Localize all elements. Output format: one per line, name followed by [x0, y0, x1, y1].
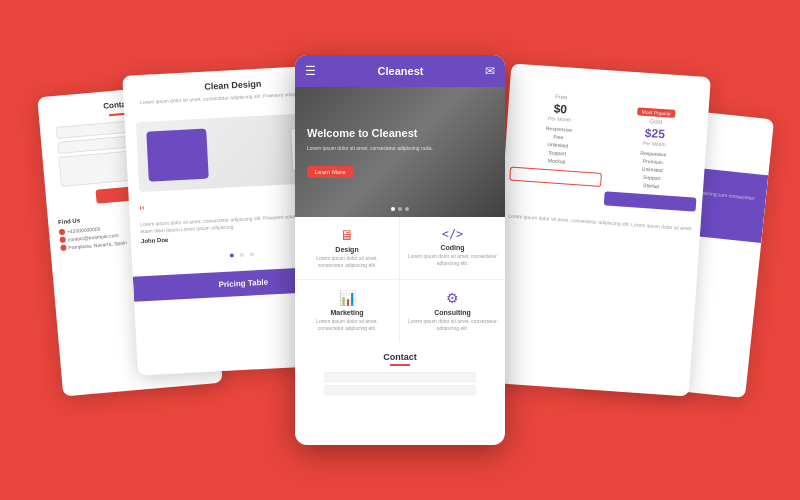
hero-cta-button[interactable]: Learn More: [307, 166, 354, 178]
design-icon: 🖥: [303, 227, 391, 243]
hero-dot-3: [405, 207, 409, 211]
hero-slider-dots: [391, 207, 409, 211]
card-pricing: Free $0 Per Month Responsive Free Unlimi…: [489, 63, 711, 396]
service-marketing-text: Lorem ipsum dolor sit amet, consectetur …: [303, 318, 391, 332]
coding-icon: </>: [408, 227, 497, 241]
hero-text: Lorem ipsum dolor sit amet, consectetur …: [307, 145, 433, 152]
mail-icon[interactable]: ✉: [485, 64, 495, 78]
hero-dot-1: [391, 207, 395, 211]
hero-title: Welcome to Cleanest: [307, 126, 433, 140]
service-design-text: Lorem ipsum dolor sit amet, consectetur …: [303, 255, 391, 269]
main-nav: ☰ Cleanest ✉: [295, 55, 505, 87]
hero-section: Welcome to Cleanest Lorem ipsum dolor si…: [295, 87, 505, 217]
location-icon: [60, 245, 67, 252]
main-contact-divider: [390, 364, 410, 366]
service-consulting: ⚙ Consulting Lorem ipsum dolor sit amet,…: [400, 280, 505, 342]
pricing-gold-btn[interactable]: [604, 191, 697, 211]
service-consulting-name: Consulting: [408, 309, 497, 316]
service-design: 🖥 Design Lorem ipsum dolor sit amet, con…: [295, 217, 400, 280]
main-contact-section: Contact: [295, 342, 505, 408]
service-coding-name: Coding: [408, 244, 497, 251]
nav-title: Cleanest: [378, 65, 424, 77]
hamburger-icon[interactable]: ☰: [305, 64, 316, 78]
email-icon: [59, 237, 66, 244]
service-coding: </> Coding Lorem ipsum dolor sit amet, c…: [400, 217, 505, 280]
dot-2: [240, 253, 244, 257]
scene: Contact Find Us +42000000000 contact@exa…: [20, 20, 780, 480]
gold-badge: Most Popular: [637, 107, 675, 118]
services-grid: 🖥 Design Lorem ipsum dolor sit amet, con…: [295, 217, 505, 342]
dot-1: [229, 253, 233, 257]
pricing-free-btn[interactable]: [509, 167, 602, 187]
hero-content: Welcome to Cleanest Lorem ipsum dolor si…: [307, 126, 433, 177]
main-contact-email-field: [324, 385, 476, 395]
pricing-title: [517, 72, 705, 85]
marketing-icon: 📊: [303, 290, 391, 306]
pricing-gold-col: Most Popular Gold $25 Per Month Responsi…: [604, 97, 703, 211]
service-consulting-text: Lorem ipsum dolor sit amet, consectetur …: [408, 318, 497, 332]
phone-icon: [59, 229, 66, 236]
service-marketing-name: Marketing: [303, 309, 391, 316]
consulting-icon: ⚙: [408, 290, 497, 306]
main-contact-name-field: [324, 372, 476, 382]
service-marketing: 📊 Marketing Lorem ipsum dolor sit amet, …: [295, 280, 400, 342]
card-main: ☰ Cleanest ✉ Welcome to Cleanest Lorem i…: [295, 55, 505, 445]
pricing-columns: Free $0 Per Month Responsive Free Unlimi…: [501, 82, 709, 220]
mockup-desktop: [146, 129, 209, 182]
dot-3: [250, 252, 254, 256]
service-design-name: Design: [303, 246, 391, 253]
main-contact-title: Contact: [305, 352, 495, 362]
pricing-free-col: Free $0 Per Month Responsive Free Unlimi…: [508, 91, 607, 205]
hero-dot-2: [398, 207, 402, 211]
service-coding-text: Lorem ipsum dolor sit amet, consectetur …: [408, 253, 497, 267]
